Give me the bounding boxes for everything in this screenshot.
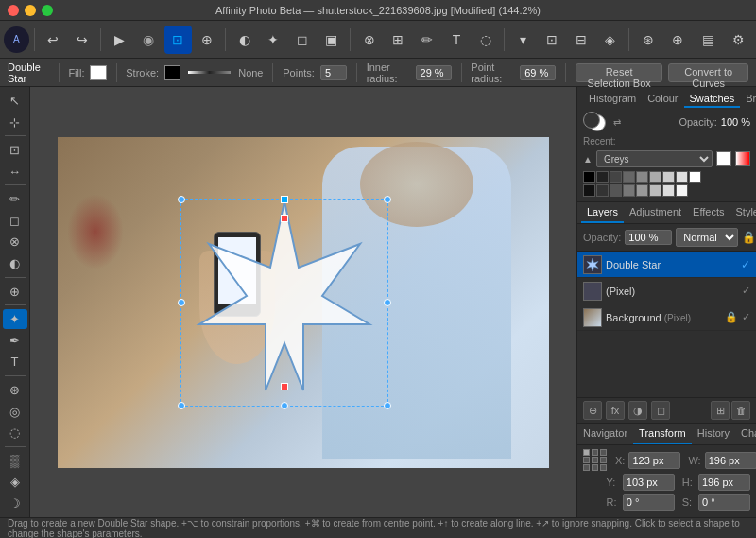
reset-selection-box-button[interactable]: Reset Selection Box [576,63,662,82]
lasso-icon[interactable]: ◻ [289,26,317,54]
point-radius-input[interactable]: 69 % [520,65,556,80]
swatch-grey7[interactable] [676,171,688,183]
anchor-topright[interactable] [600,449,607,456]
pen-tool[interactable]: ✒ [3,331,27,351]
swatch-r3[interactable] [610,184,622,197]
swatch-black[interactable] [583,171,595,183]
add-layer-button[interactable]: ⊕ [583,401,602,420]
fill-tool[interactable]: ⊗ [3,233,27,252]
dodge-burn-tool[interactable]: ☽ [3,494,27,513]
fill-swatch[interactable] [90,65,106,80]
gradient-swatch[interactable] [735,151,750,166]
inner-radius-input[interactable]: 29 % [416,65,452,80]
x-input[interactable]: 123 px [628,452,680,469]
swatch-r2[interactable] [596,184,609,197]
swatch-r8[interactable] [676,184,688,197]
color-picker-tool[interactable]: ⊕ [3,282,27,302]
tab-navigator[interactable]: Navigator [577,424,633,444]
view-icon[interactable]: ⊕ [663,26,692,54]
tab-adjustment[interactable]: Adjustment [624,202,687,223]
layer-opacity-input[interactable] [625,230,672,245]
stroke-swatch[interactable] [164,65,180,80]
crop-icon[interactable]: ⊞ [385,26,412,54]
anchor-botleft[interactable] [583,464,590,471]
export-icon[interactable]: ⊕ [194,26,221,54]
swatch-grey2[interactable] [610,171,622,183]
share-icon[interactable]: ⊛ [634,26,662,54]
erase-icon[interactable]: ◈ [596,26,624,54]
layer-vis-background[interactable]: ✓ [742,311,750,323]
layer-lock-background[interactable]: 🔒 [725,311,738,323]
maximize-button[interactable] [42,5,53,16]
anchor-botright[interactable] [600,464,607,471]
app-icon[interactable]: A [4,26,29,53]
view-mode-icon[interactable]: ▶ [106,26,133,54]
type-icon[interactable]: T [443,26,471,54]
convert-to-curves-button[interactable]: Convert to Curves [668,63,748,82]
delete-layer-button[interactable]: 🗑 [731,401,750,420]
swatch-r4[interactable] [623,184,635,197]
foreground-color-circle[interactable] [583,112,600,129]
erase-tool[interactable]: ◻ [3,211,27,231]
layer-item-pixel[interactable]: (Pixel) ✓ [577,278,756,304]
anchor-midright[interactable] [600,457,607,463]
color-circles[interactable] [583,112,610,132]
tab-styles[interactable]: Styles [730,202,757,223]
fx-button[interactable]: fx [606,401,625,420]
tab-colour[interactable]: Colour [642,91,683,108]
anchor-botmid[interactable] [592,464,598,471]
adjust-button[interactable]: ◑ [628,401,647,420]
canvas-area[interactable] [30,87,576,517]
layer-vis-doublestar[interactable]: ✓ [741,258,750,271]
group-layers-button[interactable]: ⊞ [711,401,730,420]
text-tool[interactable]: T [3,353,27,373]
swatch-grey6[interactable] [662,171,675,183]
layer-vis-pixel[interactable]: ✓ [742,285,750,297]
tab-channels[interactable]: Channels [735,424,756,444]
brush-tool-icon[interactable]: ◐ [231,26,258,54]
tab-histogram[interactable]: Histogram [583,91,642,108]
heal-tool[interactable]: ◎ [3,402,27,422]
paint-brush-tool[interactable]: ✏ [3,189,27,209]
fill-icon[interactable]: ⊟ [568,26,595,54]
panels-icon[interactable]: ▤ [694,26,722,54]
greys-dropdown[interactable]: Greys [596,150,713,167]
gradient-tool[interactable]: ◐ [3,253,27,273]
swatch-r6[interactable] [649,184,662,197]
develop-icon[interactable]: ◉ [135,26,163,54]
swatch-grey3[interactable] [623,171,635,183]
h-input[interactable]: 196 px [698,474,750,491]
swatch-grey4[interactable] [636,171,648,183]
pen-icon[interactable]: ✏ [414,26,441,54]
white-swatch[interactable] [716,151,731,166]
photo-icon[interactable]: ⊡ [164,26,192,54]
blur-icon[interactable]: ▾ [509,26,537,54]
points-input[interactable]: 5 [320,65,347,80]
settings-icon[interactable]: ⚙ [724,26,752,54]
s-input[interactable]: 0 ° [698,494,750,511]
tab-effects[interactable]: Effects [687,202,730,223]
anchor-center[interactable] [592,457,598,463]
blend-mode-select[interactable]: Normal Multiply Screen Overlay [676,228,738,247]
minimize-button[interactable] [25,5,36,16]
undo-icon[interactable]: ↩ [40,26,67,54]
shapes-tool[interactable]: ✦ [3,309,27,329]
close-button[interactable] [8,5,19,16]
crop-tool[interactable]: ⊡ [3,140,27,160]
layer-item-doublestar[interactable]: Double Star ✓ [577,252,756,278]
selection-tool[interactable]: ⊹ [3,113,27,132]
adjustments-icon[interactable]: ✦ [260,26,287,54]
mask-button[interactable]: ◻ [651,401,670,420]
tab-layers[interactable]: Layers [581,202,624,223]
swatch-white[interactable] [689,171,701,183]
magic-wand-icon[interactable]: ▣ [318,26,346,54]
y-input[interactable]: 103 px [623,474,675,491]
move-tool[interactable]: ↖ [3,91,27,111]
r-input[interactable]: 0 ° [623,494,675,511]
swatch-r7[interactable] [662,184,675,197]
blur-brush-tool[interactable]: ▒ [3,451,27,471]
clone-tool[interactable]: ⊛ [3,380,27,400]
transform-icon[interactable]: ⊗ [355,26,383,54]
vector-icon[interactable]: ⊡ [539,26,566,54]
tab-brushes[interactable]: Brushes [740,91,756,108]
